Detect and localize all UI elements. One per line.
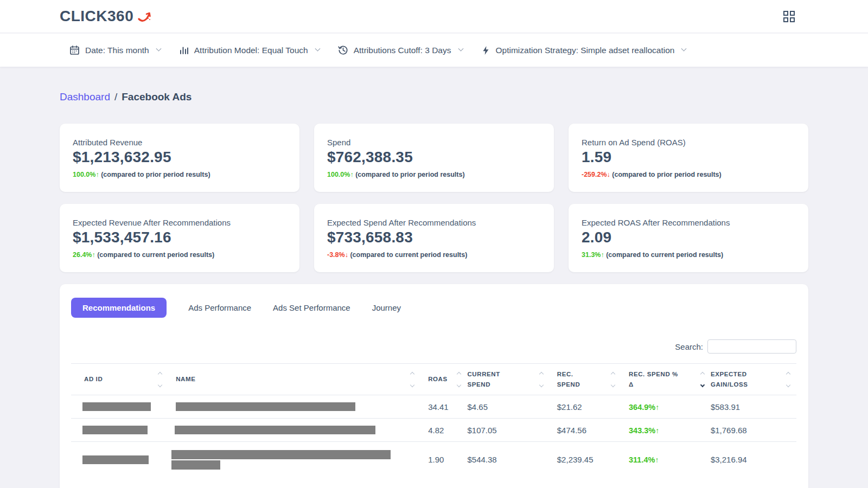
- roas-cell: 1.90: [428, 442, 467, 478]
- metric-card-expected-revenue: Expected Revenue After Recommendations $…: [60, 204, 299, 272]
- brand-logo[interactable]: CLICK360: [60, 8, 153, 25]
- tab-recommendations[interactable]: Recommendations: [71, 298, 167, 318]
- chevron-down-icon: [681, 46, 687, 52]
- search-label: Search:: [675, 342, 703, 351]
- tab-bar: Recommendations Ads Performance Ads Set …: [71, 298, 796, 318]
- rec-spend-cell: $474.56: [557, 419, 629, 442]
- trend-up-icon: ↑: [655, 455, 659, 464]
- tab-ads-set-performance[interactable]: Ads Set Performance: [273, 298, 350, 318]
- attributions-cutoff-filter[interactable]: Attributions Cutoff: 3 Days: [338, 45, 463, 55]
- recommendations-table: AD ID NAME ROAS CURRENT SPEND: [71, 363, 796, 478]
- metric-value: $733,658.83: [327, 229, 541, 246]
- tab-ads-performance[interactable]: Ads Performance: [188, 298, 251, 318]
- attribution-model-filter[interactable]: Attribution Model: Equal Touch: [179, 46, 320, 55]
- metric-card-expected-roas: Expected ROAS After Recommendations 2.09…: [569, 204, 808, 272]
- current-spend-cell: $107.05: [467, 419, 557, 442]
- metric-delta: 100.0%↑ (compared to prior period result…: [327, 171, 541, 178]
- date-filter-label: Date: This month: [85, 46, 149, 55]
- metric-delta: -3.8%↓ (compared to current period resul…: [327, 251, 541, 259]
- trend-up-icon: ↑: [655, 403, 659, 412]
- breadcrumb: Dashboard / Facebook Ads: [60, 91, 808, 103]
- rec-spend-delta-cell: 311.4%↑: [629, 442, 711, 478]
- redacted-name: [175, 426, 375, 434]
- name-cell: [176, 395, 428, 419]
- tab-journey[interactable]: Journey: [372, 298, 401, 318]
- metric-value: $1,533,457.16: [73, 229, 286, 246]
- trend-up-icon: ↑: [95, 171, 99, 178]
- table-row[interactable]: 34.41 $4.65 $21.62 364.9%↑ $583.91: [71, 395, 796, 419]
- red-swoosh-arrow-icon: [137, 8, 153, 24]
- grid-icon[interactable]: [783, 11, 795, 22]
- table-row[interactable]: 4.82 $107.05 $474.56 343.3%↑ $1,769.68: [71, 419, 796, 442]
- delta-note: (compared to prior period results): [355, 171, 464, 178]
- sort-icons[interactable]: [158, 373, 162, 387]
- delta-note: (compared to current period results): [606, 251, 723, 259]
- delta-percent: 100.0%: [73, 171, 95, 178]
- delta-note: (compared to prior period results): [612, 171, 721, 178]
- metric-cards-grid: Attributed Revenue $1,213,632.95 100.0%↑…: [60, 124, 808, 272]
- chevron-down-icon: [156, 46, 161, 52]
- page-title: Facebook Ads: [122, 91, 192, 103]
- column-header-expected-gain-loss[interactable]: EXPECTED GAIN/LOSS: [711, 364, 796, 395]
- expected-gain-loss-cell: $3,216.94: [711, 442, 796, 478]
- redacted-ad-id: [82, 455, 149, 464]
- search-row: Search:: [71, 339, 796, 354]
- column-header-name[interactable]: NAME: [176, 364, 428, 395]
- metric-label: Expected ROAS After Recommendations: [582, 218, 795, 227]
- date-filter[interactable]: Date: This month: [69, 45, 161, 55]
- lightning-icon: [481, 46, 490, 55]
- sort-icons[interactable]: [701, 373, 704, 387]
- rec-spend-cell: $21.62: [557, 395, 629, 419]
- bar-chart-icon: [179, 46, 189, 55]
- sort-icons[interactable]: [457, 373, 461, 387]
- column-header-roas[interactable]: ROAS: [428, 364, 467, 395]
- column-header-ad-id[interactable]: AD ID: [71, 364, 176, 395]
- metric-card-attributed-revenue: Attributed Revenue $1,213,632.95 100.0%↑…: [60, 124, 299, 192]
- delta-percent: 100.0%: [327, 171, 350, 178]
- metric-delta: 100.0%↑ (compared to prior period result…: [73, 171, 286, 178]
- metric-value: 2.09: [582, 229, 795, 246]
- column-header-current-spend[interactable]: CURRENT SPEND: [467, 364, 557, 395]
- trend-up-icon: ↑: [655, 426, 659, 435]
- brand-logo-text: CLICK360: [60, 8, 133, 25]
- redacted-name: [176, 402, 355, 411]
- ad-id-cell: [71, 395, 176, 419]
- redacted-ad-id: [82, 426, 148, 434]
- metric-label: Expected Spend After Recommendations: [327, 218, 541, 227]
- trend-up-icon: ↑: [601, 251, 604, 259]
- redacted-name: [171, 460, 220, 470]
- column-header-rec-spend-delta[interactable]: REC. SPEND % Δ: [629, 364, 711, 395]
- current-spend-cell: $4.65: [467, 395, 557, 419]
- metric-value: 1.59: [582, 149, 795, 166]
- expected-gain-loss-cell: $583.91: [711, 395, 796, 419]
- filter-bar: Date: This month Attribution Model: Equa…: [0, 33, 868, 67]
- rec-spend-cell: $2,239.45: [557, 442, 629, 478]
- name-cell: [176, 442, 428, 478]
- metric-card-spend: Spend $762,388.35 100.0%↑ (compared to p…: [314, 124, 554, 192]
- trend-down-icon: ↓: [607, 171, 610, 178]
- search-input[interactable]: [707, 339, 796, 354]
- delta-note: (compared to prior period results): [101, 171, 210, 178]
- sort-desc-active-icon: [700, 382, 705, 387]
- breadcrumb-dashboard-link[interactable]: Dashboard: [60, 91, 110, 103]
- sort-icons[interactable]: [611, 373, 615, 387]
- name-cell: [176, 419, 428, 442]
- delta-percent: 26.4%: [73, 251, 92, 259]
- optimization-strategy-filter[interactable]: Optimization Strategy: Simple adset real…: [481, 46, 686, 55]
- delta-percent: 31.3%: [582, 251, 601, 259]
- redacted-ad-id: [82, 402, 151, 411]
- sort-icons[interactable]: [787, 373, 790, 387]
- attribution-model-label: Attribution Model: Equal Touch: [194, 46, 308, 55]
- sort-icons[interactable]: [411, 373, 414, 387]
- ad-id-cell: [71, 442, 176, 478]
- trend-up-icon: ↑: [92, 251, 95, 259]
- delta-percent: -3.8%: [327, 251, 345, 259]
- delta-note: (compared to current period results): [97, 251, 214, 259]
- attributions-cutoff-label: Attributions Cutoff: 3 Days: [354, 46, 451, 55]
- column-header-rec-spend[interactable]: REC. SPEND: [557, 364, 629, 395]
- delta-note: (compared to current period results): [350, 251, 467, 259]
- trend-down-icon: ↓: [345, 251, 348, 259]
- table-row[interactable]: 1.90 $544.38 $2,239.45 311.4%↑ $3,216.94: [71, 442, 796, 478]
- metric-value: $762,388.35: [327, 149, 541, 166]
- sort-icons[interactable]: [540, 373, 543, 387]
